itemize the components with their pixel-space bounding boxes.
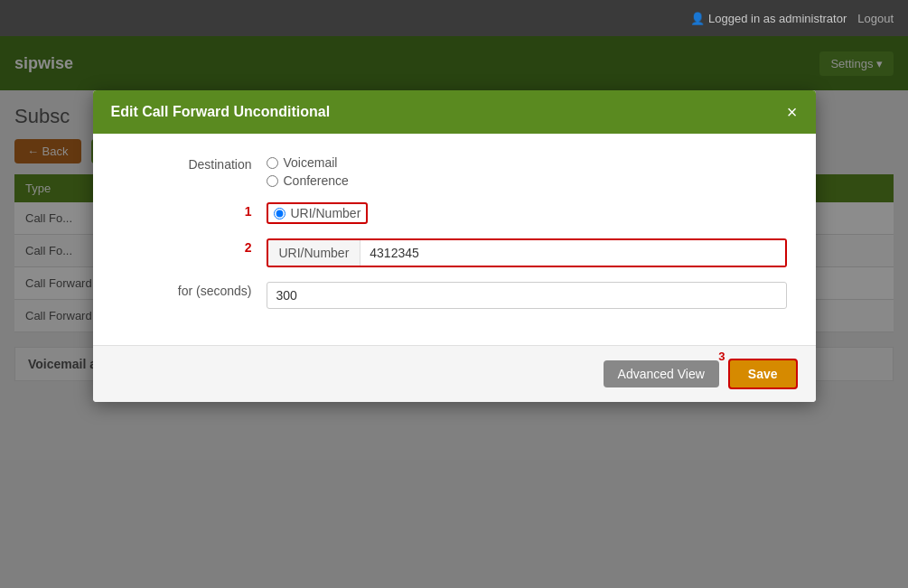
modal-body: Destination Voicemail Conference — [93, 134, 816, 345]
conference-label: Conference — [284, 173, 349, 188]
uri-input-controls: URI/Number — [267, 238, 787, 267]
for-seconds-input[interactable] — [267, 282, 787, 309]
uri-radio[interactable] — [274, 208, 286, 219]
conference-radio[interactable] — [267, 175, 278, 187]
uri-input-row: 2 URI/Number — [122, 238, 787, 267]
top-nav: 👤 Logged in as administrator Logout — [0, 0, 908, 36]
uri-option[interactable]: URI/Number — [267, 202, 787, 224]
for-seconds-controls — [267, 282, 787, 309]
logged-in-user: 👤 Logged in as administrator — [690, 12, 847, 25]
modal-overlay: Edit Call Forward Unconditional × Destin… — [0, 36, 908, 588]
uri-radio-row: 1 URI/Number — [122, 202, 787, 224]
step-3-indicator: 3 — [718, 350, 725, 363]
app-background: sipwise Settings ▾ Subsc ← Back Call Fo.… — [0, 36, 908, 588]
uri-radio-controls: URI/Number — [267, 202, 787, 224]
destination-options: Voicemail Conference — [267, 155, 787, 188]
destination-row: Destination Voicemail Conference — [122, 155, 787, 188]
step2-label: 2 — [122, 238, 267, 255]
voicemail-radio[interactable] — [267, 157, 278, 169]
for-seconds-label: for (seconds) — [122, 282, 267, 298]
step-1-number: 1 — [245, 204, 252, 219]
modal-title: Edit Call Forward Unconditional — [111, 104, 331, 120]
uri-radio-label: URI/Number — [291, 206, 361, 220]
voicemail-label: Voicemail — [284, 155, 338, 170]
advanced-view-button[interactable]: Advanced View — [604, 360, 719, 387]
uri-input-label: URI/Number — [268, 240, 361, 266]
voicemail-option[interactable]: Voicemail — [267, 155, 787, 170]
modal-footer: 3 Advanced View Save — [93, 345, 816, 402]
modal-dialog: Edit Call Forward Unconditional × Destin… — [93, 90, 816, 402]
for-seconds-row: for (seconds) — [122, 282, 787, 309]
uri-radio-highlight: URI/Number — [267, 202, 369, 224]
modal-header: Edit Call Forward Unconditional × — [93, 90, 816, 134]
step1-label: 1 — [122, 202, 267, 219]
modal-close-button[interactable]: × — [787, 103, 798, 121]
logout-link[interactable]: Logout — [857, 12, 894, 25]
destination-label: Destination — [122, 155, 267, 172]
conference-option[interactable]: Conference — [267, 173, 787, 188]
uri-input-group: URI/Number — [267, 238, 787, 267]
step-2-number: 2 — [245, 240, 252, 255]
uri-number-input[interactable] — [360, 240, 784, 266]
save-button[interactable]: Save — [728, 359, 798, 389]
